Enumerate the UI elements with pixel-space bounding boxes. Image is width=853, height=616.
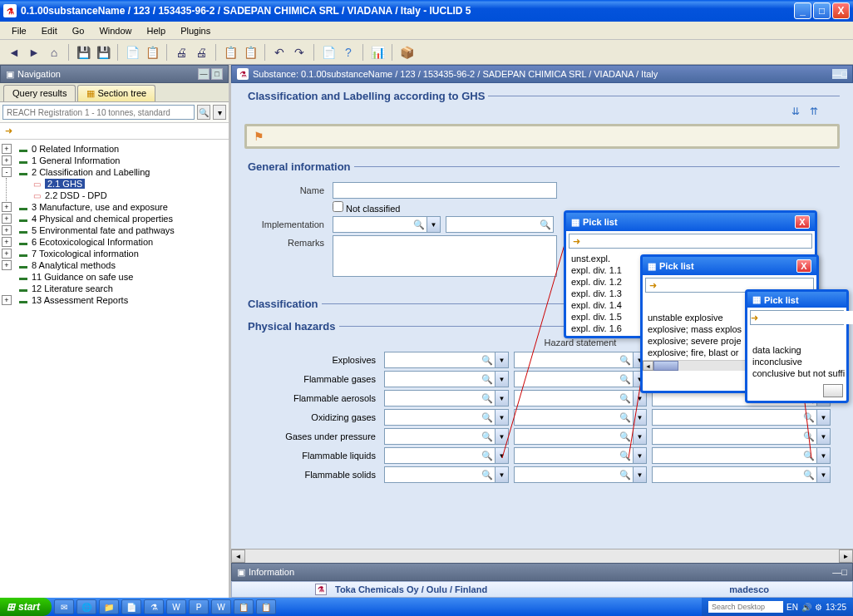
start-button[interactable]: ⊞start <box>0 598 52 616</box>
plus-icon[interactable]: + <box>2 237 12 247</box>
hazard-statement-combo[interactable]: 🔍▼ <box>514 428 647 445</box>
plus-icon[interactable]: + <box>2 144 12 154</box>
hazard-statement-combo[interactable]: 🔍▼ <box>514 352 647 368</box>
search-icon[interactable]: 🔍 <box>480 410 495 425</box>
tree-item[interactable]: +▬3 Manufacture, use and exposure <box>2 201 227 213</box>
tree-item[interactable]: +▬0 Related Information <box>2 143 227 155</box>
hazard-statement-combo[interactable]: 🔍▼ <box>514 409 647 426</box>
paste-icon[interactable]: 📋 <box>241 43 259 62</box>
taskbar-item[interactable]: P <box>189 599 209 614</box>
minus-icon[interactable]: - <box>2 167 12 177</box>
taskbar-item[interactable]: 📄 <box>121 599 141 614</box>
picklist-3-search-input[interactable] <box>758 311 853 324</box>
section-tree[interactable]: +▬0 Related Information+▬1 General Infor… <box>0 140 229 598</box>
combo-input[interactable] <box>385 429 480 444</box>
tree-item[interactable]: +▬4 Physical and chemical properties <box>2 213 227 224</box>
collapse-all-icon[interactable]: ⇊ <box>791 106 805 119</box>
search-icon[interactable]: 🔍 <box>480 352 495 367</box>
print-preview-icon[interactable]: 🖨 <box>192 43 210 62</box>
hazard-reason-combo[interactable]: 🔍▼ <box>652 447 831 464</box>
tray-icon[interactable]: 🔊 <box>801 603 811 612</box>
picklist-item[interactable]: conclusive but not suffi <box>749 367 845 379</box>
hazard-statement-combo[interactable]: 🔍▼ <box>514 447 647 464</box>
picklist-3-list[interactable]: data lackinginconclusiveconclusive but n… <box>747 342 846 381</box>
picklist-3-ok-button[interactable] <box>823 384 843 397</box>
arrow-right-icon[interactable]: ➜ <box>751 311 758 324</box>
taskbar-item[interactable]: ⚗ <box>144 599 164 614</box>
combo-input[interactable] <box>653 410 801 425</box>
search-icon[interactable]: 🔍 <box>618 352 633 367</box>
hazard-category-combo[interactable]: 🔍▼ <box>384 371 509 387</box>
content-collapse-button[interactable]: — <box>832 69 841 79</box>
name-input[interactable] <box>333 182 557 199</box>
close-button[interactable]: X <box>832 2 850 19</box>
content-max-button[interactable]: □ <box>841 69 847 79</box>
search-icon[interactable]: 🔍 <box>480 372 495 387</box>
info-collapse-button[interactable]: — <box>832 567 841 577</box>
expand-all-icon[interactable]: ⇈ <box>810 106 823 119</box>
picklist-1-search-input[interactable] <box>583 234 811 248</box>
search-icon[interactable]: 🔍 <box>801 429 816 444</box>
search-icon[interactable]: 🔍 <box>197 105 210 120</box>
tree-item[interactable]: +▬5 Environmental fate and pathways <box>2 224 227 236</box>
filter-input[interactable] <box>2 105 195 120</box>
combo-input[interactable] <box>385 352 480 367</box>
desktop-search-input[interactable] <box>708 601 783 613</box>
menu-help[interactable]: Help <box>141 24 173 37</box>
hazard-reason-combo[interactable]: 🔍▼ <box>652 428 831 445</box>
hazard-category-combo[interactable]: 🔍▼ <box>384 428 509 445</box>
menu-go[interactable]: Go <box>66 24 91 37</box>
save-all-icon[interactable]: 💾 <box>94 43 112 62</box>
plus-icon[interactable]: + <box>2 214 12 224</box>
copy-icon[interactable]: 📋 <box>143 43 161 62</box>
combo-input[interactable] <box>385 391 480 406</box>
panel-max-button[interactable]: □ <box>211 68 223 80</box>
scroll-right-icon[interactable]: ► <box>839 549 853 563</box>
help-icon[interactable]: ? <box>339 43 357 62</box>
print-icon[interactable]: 🖨 <box>172 43 190 62</box>
panel-collapse-button[interactable]: — <box>198 68 210 80</box>
plus-icon[interactable]: + <box>2 202 12 212</box>
combo-input[interactable] <box>515 429 618 444</box>
tree-item[interactable]: +▬13 Assessment Reports <box>2 294 227 306</box>
chevron-down-icon[interactable]: ▼ <box>495 410 508 425</box>
search-icon[interactable]: 🔍 <box>801 467 816 482</box>
tree-item[interactable]: -▬2 Classification and Labelling <box>2 166 227 178</box>
chevron-down-icon[interactable]: ▼ <box>633 448 646 463</box>
combo-input[interactable] <box>515 352 618 367</box>
tool1-icon[interactable]: 📊 <box>368 43 387 62</box>
tree-item[interactable]: +▬7 Toxicological information <box>2 248 227 259</box>
info-max-button[interactable]: □ <box>841 567 847 577</box>
tree-item[interactable]: +▬1 General Information <box>2 155 227 166</box>
search-icon[interactable]: 🔍 <box>480 391 495 406</box>
menu-file[interactable]: File <box>5 24 33 37</box>
hazard-category-combo[interactable]: 🔍▼ <box>384 466 509 483</box>
tree-item[interactable]: ▬11 Guidance on safe use <box>2 271 227 283</box>
hazard-category-combo[interactable]: 🔍▼ <box>384 409 509 426</box>
combo-input[interactable] <box>653 429 801 444</box>
chevron-down-icon[interactable]: ▼ <box>495 372 508 387</box>
tree-item[interactable]: +▬8 Analytical methods <box>2 259 227 271</box>
search-icon[interactable]: 🔍 <box>480 467 495 482</box>
search-icon[interactable]: 🔍 <box>801 448 816 463</box>
horizontal-scrollbar[interactable]: ◄ ► <box>231 549 853 563</box>
picklist-item[interactable]: inconclusive <box>749 356 845 367</box>
combo-input[interactable] <box>515 448 618 463</box>
hazard-statement-combo[interactable]: 🔍▼ <box>514 466 647 483</box>
search-icon[interactable]: 🔍 <box>618 410 633 425</box>
taskbar-item[interactable]: 📁 <box>99 599 119 614</box>
search-icon[interactable]: 🔍 <box>618 429 633 444</box>
menu-plugins[interactable]: Plugins <box>174 24 217 37</box>
chevron-down-icon[interactable]: ▼ <box>495 467 508 482</box>
combo-input[interactable] <box>515 391 618 406</box>
arrow-right-icon[interactable]: ➜ <box>646 278 659 292</box>
chevron-down-icon[interactable]: ▼ <box>633 410 646 425</box>
scroll-left-icon[interactable]: ◄ <box>231 549 245 563</box>
plus-icon[interactable]: + <box>2 249 12 259</box>
combo-input[interactable] <box>515 467 618 482</box>
search-icon[interactable]: 🔍 <box>538 217 553 232</box>
plus-icon[interactable]: + <box>2 260 12 270</box>
hazard-reason-combo[interactable]: 🔍▼ <box>652 409 831 426</box>
chevron-down-icon[interactable]: ▼ <box>495 448 508 463</box>
chevron-down-icon[interactable]: ▼ <box>495 352 508 367</box>
